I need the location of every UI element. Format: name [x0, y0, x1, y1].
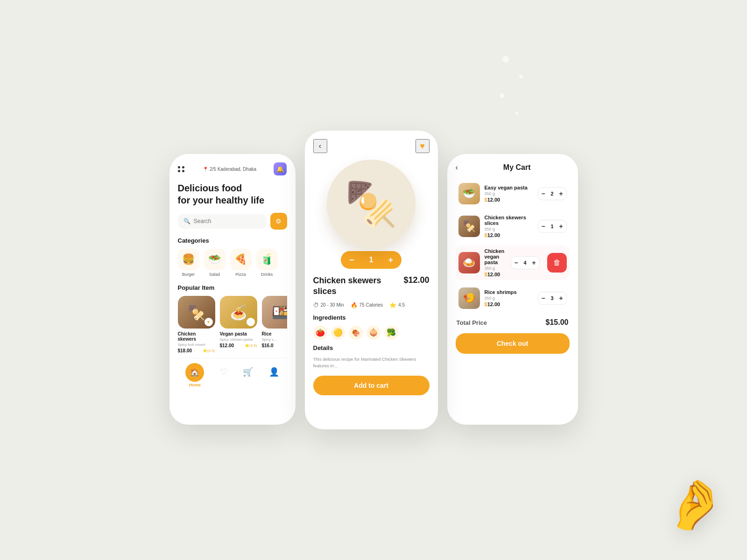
search-row: 🔍 ⚙ — [178, 213, 287, 230]
cart-item-1-decrement[interactable]: − — [538, 188, 549, 200]
cart-items-list: 🥗 Easy vegan pasta 350 g $12.00 − 2 + 🍢 … — [456, 180, 570, 312]
total-label: Total Price — [457, 319, 487, 326]
nav-home-label: Home — [189, 383, 201, 387]
total-row: Total Price $15.00 — [456, 318, 570, 327]
rice-icon: 🍱 — [272, 304, 287, 321]
detail-meta: ⏱ 20 - 30 Min 🔥 75 Calories ⭐ 4.5 — [313, 302, 430, 308]
pizza-label: Pizza — [235, 272, 246, 277]
category-burger[interactable]: 🍔 Burger — [178, 249, 199, 277]
checkout-button[interactable]: Check out — [456, 333, 570, 354]
cart-item-3-increment[interactable]: + — [529, 257, 539, 269]
popular-item-2[interactable]: 🍝 ♡ Vegan pasta Spicy chicken pasta $12.… — [220, 296, 257, 353]
cart-item-3-weight: 350 g — [485, 266, 506, 271]
quantity-value: 1 — [369, 256, 374, 264]
cart-item-4-increment[interactable]: + — [556, 292, 566, 304]
pasta-icon: 🍝 — [230, 304, 247, 321]
cart-item-3-decrement[interactable]: − — [511, 257, 521, 269]
ingredient-meat: 🍖 — [349, 326, 363, 340]
quantity-control[interactable]: − 1 + — [341, 251, 402, 269]
cart-back-button[interactable]: ‹ — [456, 163, 458, 172]
location-text: 📍 2/5 Kaderabad, Dhaka — [203, 167, 256, 172]
search-box[interactable]: 🔍 — [178, 214, 267, 229]
profile-icon: 👤 — [269, 363, 279, 377]
nav-home[interactable]: 🏠 Home — [185, 363, 204, 387]
home-icon: 🏠 — [185, 363, 204, 382]
cart-item-4-qty: 3 — [549, 295, 556, 301]
increment-icon[interactable]: + — [388, 255, 393, 265]
category-salad[interactable]: 🥗 Salad — [204, 249, 226, 277]
cart-item-2-increment[interactable]: + — [556, 220, 566, 232]
phone-cart: ‹ My Cart 🥗 Easy vegan pasta 350 g $12.0… — [447, 154, 578, 425]
popular-item-2-price: $12.00 — [220, 343, 234, 348]
details-title: Details — [313, 344, 430, 351]
popular-item-1-price: $18.00 — [178, 348, 192, 353]
food-plate: 🍢 — [327, 160, 416, 248]
ingredients-list: 🍅 🟡 🍖 🧅 🥦 — [313, 326, 430, 340]
pizza-icon: 🍕 — [230, 249, 252, 270]
salad-label: Salad — [209, 272, 220, 277]
cart-item-2-weight: 350 g — [485, 227, 533, 231]
cart-item-2-decrement[interactable]: − — [538, 220, 549, 232]
category-drinks[interactable]: 🧃 Drinks — [256, 249, 278, 277]
cart-item-2-qty: 1 — [549, 224, 556, 229]
cart-header: ‹ My Cart — [456, 163, 570, 172]
cart-item-3-qty-control[interactable]: − 4 + — [511, 256, 540, 269]
fire-icon: 🔥 — [351, 302, 358, 308]
popular-item-2-sub: Spicy chicken pasta — [220, 337, 257, 342]
back-button[interactable]: ‹ — [313, 139, 327, 153]
detail-header: ‹ ♥ — [305, 131, 438, 153]
hand-ok-decoration: 🤌 — [661, 472, 728, 537]
cart-item-2-qty-control[interactable]: − 1 + — [538, 220, 567, 233]
drinks-label: Drinks — [261, 272, 273, 277]
search-input[interactable] — [194, 218, 261, 224]
popular-item-1-sub: Spicy furti mixed — [178, 343, 215, 347]
favorite-icon-2: ♡ — [247, 318, 255, 326]
total-value: $15.00 — [546, 318, 569, 327]
food-hero-image: 🍢 — [345, 183, 397, 225]
salad-icon: 🥗 — [204, 249, 226, 270]
filter-button[interactable]: ⚙ — [270, 213, 287, 230]
star-icon: ⭐ — [389, 302, 396, 308]
cart-item-1-price: $12.00 — [485, 197, 533, 203]
add-to-cart-button[interactable]: Add to cart — [313, 376, 430, 395]
popular-item-1[interactable]: 🍢 ♥ Chicken skewers Spicy furti mixed $1… — [178, 296, 215, 353]
popular-item-2-rating: ⭐(4.5) — [245, 343, 257, 348]
cart-item-4-image: 🍤 — [458, 287, 480, 309]
bottom-nav: 🏠 Home ♡ 🛒 👤 — [178, 358, 287, 394]
cart-item-1-increment[interactable]: + — [556, 188, 566, 200]
cart-item-4-qty-control[interactable]: − 3 + — [538, 292, 567, 305]
search-icon: 🔍 — [183, 218, 190, 224]
ingredient-broccoli: 🥦 — [384, 326, 398, 340]
ingredients-title: Ingredients — [313, 314, 430, 321]
food-hero-wrap: 🍢 — [305, 153, 438, 248]
favorite-icon: ♥ — [204, 318, 213, 326]
burger-label: Burger — [182, 272, 195, 277]
cart-item-4-decrement[interactable]: − — [538, 292, 549, 304]
category-pizza[interactable]: 🍕 Pizza — [230, 249, 252, 277]
cart-item-3-qty: 4 — [521, 260, 529, 266]
cart-item-3: 🍛 Chicken vegan pasta 350 g $12.00 − 4 +… — [456, 245, 570, 280]
delete-button-3[interactable]: 🗑 — [547, 253, 567, 273]
popular-item-3[interactable]: 🍱 Rice Spicy v... $16.0 — [262, 296, 287, 353]
skewer-icon: 🍢 — [188, 304, 205, 321]
ingredient-lemon: 🟡 — [331, 326, 345, 340]
quantity-row: − 1 + — [305, 251, 438, 269]
cart-item-1: 🥗 Easy vegan pasta 350 g $12.00 − 2 + — [456, 180, 570, 207]
decrement-icon[interactable]: − — [349, 255, 354, 265]
cart-item-4-info: Rice shrimps 350 g $12.00 — [485, 289, 533, 307]
top-bar: 📍 2/5 Kaderabad, Dhaka 🔔 — [178, 162, 287, 175]
nav-heart[interactable]: ♡ — [220, 363, 227, 387]
popular-item-1-rating: ⭐(4.5) — [203, 349, 215, 353]
cart-item-1-info: Easy vegan pasta 350 g $12.00 — [485, 185, 533, 203]
nav-cart[interactable]: 🛒 — [243, 363, 253, 387]
notification-bell-icon[interactable]: 🔔 — [274, 162, 287, 175]
popular-item-1-image: 🍢 ♥ — [178, 296, 215, 329]
nav-profile[interactable]: 👤 — [269, 363, 279, 387]
cart-item-2-image: 🍢 — [458, 216, 480, 237]
favorite-button[interactable]: ♥ — [416, 139, 430, 153]
menu-dots-icon[interactable] — [178, 166, 185, 172]
cart-item-1-qty-control[interactable]: − 2 + — [538, 187, 567, 200]
drinks-icon: 🧃 — [256, 249, 278, 270]
detail-content: Chicken skewers slices $12.00 ⏱ 20 - 30 … — [305, 275, 438, 395]
ingredients-section: Ingredients 🍅 🟡 🍖 🧅 🥦 — [313, 314, 430, 340]
